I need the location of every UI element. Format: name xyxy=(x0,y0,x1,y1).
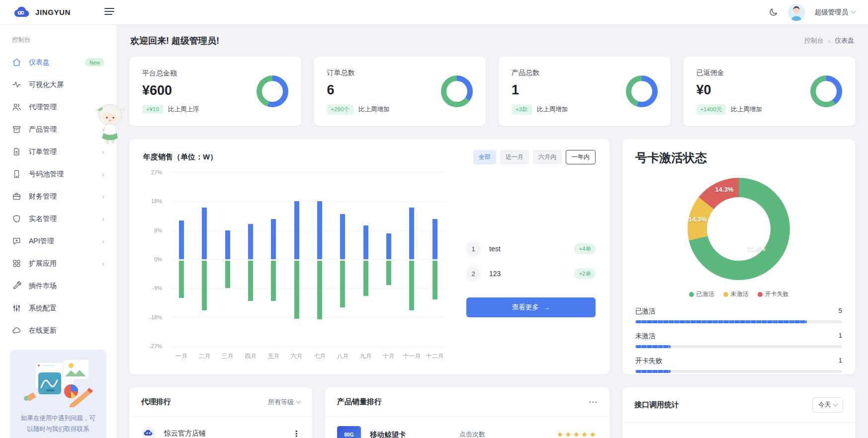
sales-range-tab-3[interactable]: 一年内 xyxy=(566,150,596,164)
bar-column-10[interactable] xyxy=(400,172,423,346)
stat-value: 1 xyxy=(512,82,568,98)
progress-value: 1 xyxy=(838,357,842,365)
product-thumbnail: 80G xyxy=(337,426,361,438)
sales-range-tab-2[interactable]: 六月内 xyxy=(533,150,562,164)
sidebar-item-plugin-market[interactable]: 插件市场 xyxy=(9,275,107,297)
delta-badge: +3款 xyxy=(512,104,532,115)
page-title: 欢迎回来! 超级管理员! xyxy=(130,35,219,47)
x-tick-label: 二月 xyxy=(193,352,216,361)
menu-toggle-button[interactable] xyxy=(102,5,116,19)
bar-column-8[interactable] xyxy=(354,172,377,346)
more-menu-icon[interactable]: ⋯ xyxy=(589,398,598,406)
x-tick-label: 六月 xyxy=(285,352,308,361)
doc-icon xyxy=(12,147,22,157)
period-select[interactable]: 今天 xyxy=(812,397,843,413)
stat-card-1: 订单总数 6 +290个 比上周增加 xyxy=(314,57,486,126)
progress-bar xyxy=(635,370,842,373)
progress-value: 1 xyxy=(838,332,842,341)
agent-row[interactable]: 惊云官方店铺 ⋮ xyxy=(129,417,312,438)
sidebar: 控制台 仪表盘 New 可视化大屏 代理管理 › 产品管理 › 订单管理 › 号… xyxy=(0,25,116,438)
main-content: 欢迎回来! 超级管理员! 控制台 › 仪表盘 平台总金额 ¥600 +¥10 比… xyxy=(116,25,868,438)
progress-value: 5 xyxy=(838,307,842,316)
stat-donut-chart xyxy=(441,75,473,107)
arrow-right-icon: → xyxy=(543,304,550,311)
activation-progress-row: 已激活 5 xyxy=(635,307,842,323)
bar-column-6[interactable] xyxy=(308,172,331,346)
stat-donut-chart xyxy=(257,75,288,107)
sidebar-item-system-config[interactable]: 系统配置 xyxy=(9,297,107,319)
brand-logo[interactable]: JINGYUN xyxy=(13,6,96,18)
y-tick-label: -9% xyxy=(152,285,162,291)
sales-rank-row[interactable]: 2 123 +2单 xyxy=(466,267,596,281)
grid-icon xyxy=(12,259,22,269)
app-root: JINGYUN 超级管理员 xyxy=(0,0,868,438)
help-text: 如果在使用中遇到问题，可以随时与我们取得联系 xyxy=(19,413,97,435)
sidebar-item-visual-screen[interactable]: 可视化大屏 xyxy=(9,73,107,96)
sidebar-item-dashboard[interactable]: 仪表盘 New xyxy=(9,51,107,73)
sidebar-menu: 仪表盘 New 可视化大屏 代理管理 › 产品管理 › 订单管理 › 号码池管理… xyxy=(9,51,107,342)
agent-store-logo xyxy=(141,426,156,438)
stat-value: ¥600 xyxy=(142,83,199,98)
bar-column-11[interactable] xyxy=(424,172,446,346)
breadcrumb-item[interactable]: 仪表盘 xyxy=(835,36,854,45)
wrench-icon xyxy=(12,281,22,291)
star-rating: ★★★★★ xyxy=(557,430,598,438)
card-api-statistics: 接口调用统计 今天 xyxy=(622,387,855,438)
topbar-right: 超级管理员 xyxy=(769,4,856,21)
sidebar-item-realname[interactable]: 实名管理 › xyxy=(9,208,107,230)
sidebar-item-online-update[interactable]: 在线更新 xyxy=(9,319,107,342)
legend-item[interactable]: 开卡失败 xyxy=(758,290,789,298)
row-menu-icon[interactable]: ⋮ xyxy=(292,429,300,438)
sidebar-item-number-pool[interactable]: 号码池管理 › xyxy=(9,163,107,185)
y-tick-label: 18% xyxy=(151,198,162,204)
bar-column-3[interactable] xyxy=(239,172,262,346)
dark-mode-toggle[interactable] xyxy=(769,7,778,17)
sales-rank-row[interactable]: 1 test +4单 xyxy=(466,242,596,256)
sidebar-item-api-mgmt[interactable]: API管理 › xyxy=(9,230,107,252)
chevron-right-icon: › xyxy=(102,193,104,200)
y-tick-label: 27% xyxy=(151,169,162,175)
chevron-right-icon: › xyxy=(102,237,104,245)
donut-slice-label: 14.3% xyxy=(689,216,707,223)
stat-note: 比上周增加 xyxy=(731,105,762,114)
sales-range-tab-1[interactable]: 近一月 xyxy=(500,150,529,164)
legend-item[interactable]: 未激活 xyxy=(723,290,749,298)
home-icon xyxy=(12,58,22,68)
bar-column-2[interactable] xyxy=(216,172,239,346)
briefcase-icon xyxy=(12,192,22,202)
stat-card-2: 产品总数 1 +3款 比上周增加 xyxy=(499,57,671,126)
bar-column-7[interactable] xyxy=(331,172,354,346)
breadcrumb-item[interactable]: 控制台 xyxy=(804,36,824,45)
stat-card-0: 平台总金额 ¥600 +¥10 比上周上浮 xyxy=(129,57,301,126)
view-more-button[interactable]: 查看更多 → xyxy=(466,297,596,317)
sales-range-tab-0[interactable]: 全部 xyxy=(473,150,496,164)
bar-column-4[interactable] xyxy=(262,172,285,346)
sidebar-item-extensions[interactable]: 扩展应用 › xyxy=(9,252,107,275)
x-tick-label: 三月 xyxy=(216,352,239,361)
bar-column-0[interactable] xyxy=(170,172,193,346)
cloud-logo-icon xyxy=(13,6,31,18)
x-tick-label: 十一月 xyxy=(400,352,423,361)
pulse-icon xyxy=(12,80,22,90)
annual-sales-bar-chart: 27%18%9%0%-9%-18%-27% xyxy=(143,172,446,364)
rank-badge: +4单 xyxy=(574,243,596,254)
sidebar-section-label: 控制台 xyxy=(12,36,104,44)
stat-value: 6 xyxy=(327,82,390,98)
bar-column-9[interactable] xyxy=(377,172,400,346)
avatar[interactable] xyxy=(788,4,805,21)
agent-store-name: 惊云官方店铺 xyxy=(164,429,292,438)
annual-sales-card: 年度销售（单位：W） 全部 近一月 六月内 一年内 27%18%9%0%-9%-… xyxy=(129,139,609,374)
chevron-right-icon: › xyxy=(102,148,104,155)
product-row[interactable]: 80G 移动鲸望卡 点击次数 ★★★★★ xyxy=(325,417,609,438)
bar-column-1[interactable] xyxy=(193,172,216,346)
product-metric-label: 点击次数 xyxy=(459,430,557,438)
user-menu[interactable]: 超级管理员 xyxy=(815,8,856,17)
stat-title: 产品总数 xyxy=(512,69,568,77)
legend-item[interactable]: 已激活 xyxy=(689,290,714,298)
chat-icon xyxy=(12,236,22,246)
bar-column-5[interactable] xyxy=(285,172,308,346)
sidebar-item-finance[interactable]: 财务管理 › xyxy=(9,185,107,208)
stat-card-3: 已返佣金 ¥0 +1400元 比上周增加 xyxy=(684,57,856,126)
level-filter-dropdown[interactable]: 所有等级 xyxy=(268,398,300,407)
stat-donut-chart xyxy=(626,75,658,107)
